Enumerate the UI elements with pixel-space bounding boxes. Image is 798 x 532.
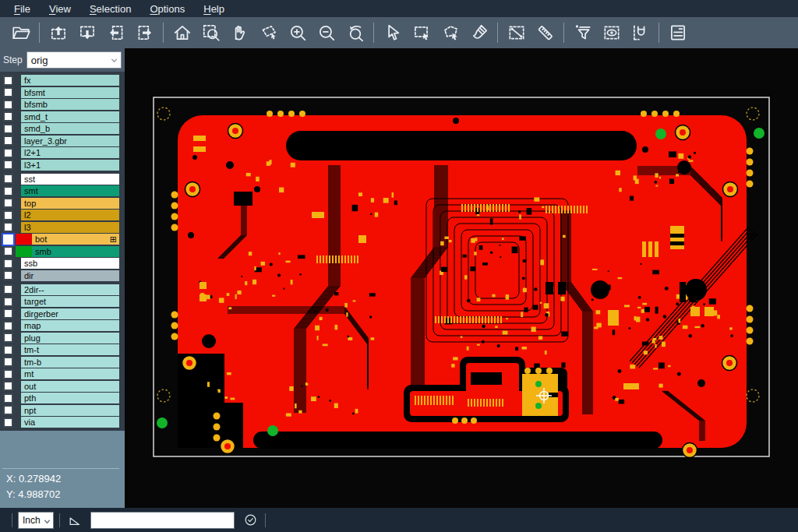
layer-row-smd_t[interactable]: smd_t <box>0 111 125 122</box>
layer-row-dir[interactable]: dir <box>0 270 125 281</box>
ruler-button[interactable] <box>531 19 560 47</box>
layer-label[interactable]: smd_b <box>21 123 119 134</box>
layer-checkbox[interactable] <box>3 111 13 122</box>
layer-row-out[interactable]: out <box>0 381 125 392</box>
layer-label[interactable]: smb <box>32 246 119 257</box>
layer-row-fx[interactable]: fx <box>0 75 125 86</box>
layer-label[interactable]: sst <box>21 174 119 185</box>
layer-checkbox[interactable] <box>3 321 13 331</box>
layer-label[interactable]: plug <box>21 333 119 344</box>
layer-label[interactable]: l2 <box>21 210 119 220</box>
layer-row-target[interactable]: target <box>0 296 125 307</box>
layer-label[interactable]: out <box>21 381 119 392</box>
layer-label[interactable]: via <box>21 417 119 428</box>
layer-label[interactable]: pth <box>21 393 119 403</box>
layer-label[interactable]: dirgerber <box>21 308 119 319</box>
layer-label[interactable]: l2+1 <box>21 147 119 158</box>
layer-row-bot[interactable]: bot⊞ <box>0 234 125 245</box>
layer-label[interactable]: bot⊞ <box>32 234 119 245</box>
move-up-button[interactable] <box>44 19 72 47</box>
select-cursor-button[interactable] <box>378 19 407 47</box>
layer-row-smb[interactable]: smb <box>0 246 125 257</box>
highlight-button[interactable] <box>597 19 626 47</box>
layer-checkbox[interactable] <box>3 393 13 403</box>
menu-selection[interactable]: Selection <box>82 2 139 16</box>
layer-row-l2[interactable]: l2 <box>0 210 125 220</box>
zoom-out-button[interactable] <box>312 19 341 47</box>
layer-label[interactable]: smd_t <box>21 111 119 122</box>
layer-label[interactable]: ssb <box>21 258 119 269</box>
apply-button[interactable] <box>241 511 260 530</box>
layer-row-pth[interactable]: pth <box>0 393 125 403</box>
select-polygon-button[interactable] <box>436 19 464 47</box>
layer-checkbox[interactable] <box>3 259 13 269</box>
layer-checkbox[interactable] <box>3 284 13 294</box>
layer-label[interactable]: smt <box>21 185 119 196</box>
layer-label[interactable]: npt <box>21 405 119 416</box>
layer-row-l3+1[interactable]: l3+1 <box>0 160 125 171</box>
command-input[interactable] <box>90 512 235 529</box>
menu-help[interactable]: Help <box>196 2 232 16</box>
layer-checkbox[interactable] <box>3 369 13 379</box>
layer-label[interactable]: tm-t <box>21 344 119 355</box>
menu-file[interactable]: File <box>6 2 38 16</box>
layer-checkbox[interactable] <box>3 234 13 245</box>
layer-row-dirgerber[interactable]: dirgerber <box>0 308 125 319</box>
layer-checkbox[interactable] <box>3 100 13 110</box>
menu-options[interactable]: Options <box>142 2 192 16</box>
layer-label[interactable]: 2dir-- <box>21 284 119 295</box>
layer-checkbox[interactable] <box>3 357 13 367</box>
layer-row-mt[interactable]: mt <box>0 368 125 379</box>
move-left-button[interactable] <box>101 19 130 47</box>
open-file-button[interactable] <box>6 19 35 47</box>
layer-row-map[interactable]: map <box>0 320 125 331</box>
menu-view[interactable]: View <box>41 2 79 16</box>
layer-label[interactable]: map <box>21 320 119 331</box>
layer-row-layer_3.gbr[interactable]: layer_3.gbr <box>0 136 125 146</box>
snap-button[interactable] <box>626 19 655 47</box>
unit-select[interactable]: Inch <box>18 512 54 529</box>
layer-color-swatch[interactable] <box>16 246 32 257</box>
zoom-polygon-button[interactable] <box>254 19 283 47</box>
layer-row-bfsmb[interactable]: bfsmb <box>0 99 125 110</box>
zoom-previous-button[interactable] <box>341 19 369 47</box>
layer-row-smd_b[interactable]: smd_b <box>0 123 125 134</box>
layer-checkbox[interactable] <box>3 297 13 307</box>
layer-checkbox[interactable] <box>3 174 13 184</box>
layer-label[interactable]: tm-b <box>21 357 119 368</box>
angle-tool-button[interactable] <box>65 511 84 530</box>
step-select[interactable]: orig <box>26 51 122 69</box>
layer-checkbox[interactable] <box>3 198 13 208</box>
layer-label[interactable]: layer_3.gbr <box>21 136 119 146</box>
layer-form-button[interactable] <box>663 19 692 47</box>
layer-row-smt[interactable]: smt <box>0 185 125 196</box>
select-rect-button[interactable] <box>407 19 436 47</box>
pan-button[interactable] <box>225 19 254 47</box>
layer-row-via[interactable]: via <box>0 417 125 428</box>
layer-row-ssb[interactable]: ssb <box>0 258 125 269</box>
measure-button[interactable] <box>502 19 531 47</box>
layer-row-sst[interactable]: sst <box>0 174 125 185</box>
layer-checkbox[interactable] <box>3 160 13 170</box>
layer-checkbox[interactable] <box>3 148 13 158</box>
layer-checkbox[interactable] <box>3 124 13 134</box>
layer-label[interactable]: bfsmb <box>21 99 119 110</box>
layer-label[interactable]: l3 <box>21 222 119 233</box>
layer-checkbox[interactable] <box>3 405 13 415</box>
layer-label[interactable]: l3+1 <box>21 160 119 171</box>
layer-row-2dir--[interactable]: 2dir-- <box>0 284 125 295</box>
brush-button[interactable] <box>464 19 493 47</box>
layer-checkbox[interactable] <box>3 381 13 391</box>
layer-checkbox[interactable] <box>3 210 13 220</box>
layer-label[interactable]: top <box>21 198 119 209</box>
layer-row-tm-t[interactable]: tm-t <box>0 344 125 355</box>
layer-label[interactable]: target <box>21 296 119 307</box>
zoom-in-button[interactable] <box>283 19 312 47</box>
layer-checkbox[interactable] <box>3 333 13 343</box>
layer-label[interactable]: fx <box>21 75 119 86</box>
zoom-home-button[interactable] <box>168 19 196 47</box>
layer-row-top[interactable]: top <box>0 198 125 209</box>
layer-label[interactable]: mt <box>21 368 119 379</box>
layer-checkbox[interactable] <box>3 136 13 146</box>
layer-checkbox[interactable] <box>3 417 13 428</box>
